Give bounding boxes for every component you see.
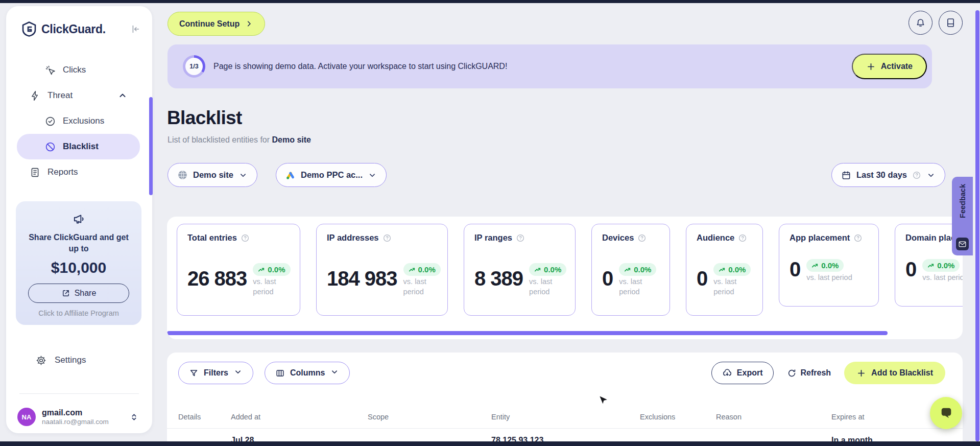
share-card-text: Share ClickGuard and get up to [24, 232, 133, 254]
vs-last-period-label: vs. last period [403, 277, 437, 297]
column-header-scope[interactable]: Scope [368, 413, 491, 421]
demo-data-banner: 1/3 Page is showing demo data. Activate … [168, 44, 932, 88]
vs-last-period-label: vs. last period [253, 277, 286, 297]
filters-label: Filters [204, 368, 228, 378]
docs-button[interactable] [939, 11, 963, 35]
refresh-button[interactable]: Refresh [787, 368, 831, 378]
page-vertical-scrollbar[interactable] [975, 10, 979, 441]
stat-card-ip-addresses: IP addresses 184 983 0.0% vs. last perio… [316, 224, 448, 316]
user-email: naatali.ro@gmail.com [42, 418, 109, 427]
trend-value: 0.0% [937, 261, 954, 270]
subtitle-site-name: Demo site [272, 135, 311, 144]
activate-button[interactable]: Activate [852, 54, 927, 79]
sidebar-item-clicks[interactable]: Clicks [6, 57, 152, 83]
trend-up-icon [811, 262, 819, 269]
brand-header: ClickGuard. [21, 21, 141, 37]
date-range-selector[interactable]: Last 30 days [831, 163, 945, 187]
external-link-icon [61, 289, 70, 298]
column-header-details[interactable]: Details [178, 413, 231, 421]
plus-icon [866, 62, 876, 72]
column-header-reason[interactable]: Reason [716, 413, 831, 421]
column-header-exclusions[interactable]: Exclusions [640, 413, 716, 421]
sidebar-scrollbar[interactable] [149, 97, 153, 195]
column-header-expires-at[interactable]: Expires at [831, 413, 934, 421]
help-icon[interactable] [738, 233, 747, 243]
chevron-updown-icon [129, 412, 139, 422]
filters-dropdown[interactable]: Filters [178, 362, 253, 384]
stat-label: Audience [697, 233, 734, 243]
lightning-icon [29, 90, 40, 101]
export-label: Export [737, 368, 763, 378]
page-subtitle: List of blacklisted entities for Demo si… [168, 135, 311, 145]
cell-expires-at: In a month [831, 436, 934, 441]
google-ads-icon [285, 170, 296, 180]
sidebar-item-exclusions[interactable]: Exclusions [6, 108, 152, 134]
sidebar-nav: Clicks Threat Exclusions [6, 57, 152, 185]
column-header-entity[interactable]: Entity [491, 413, 640, 421]
subtitle-text: List of blacklisted entities for [168, 135, 272, 144]
notifications-button[interactable] [909, 11, 933, 35]
vs-last-period-label: vs. last period [619, 277, 653, 297]
trend-value: 0.0% [418, 265, 436, 274]
account-switcher[interactable]: NA gmail.com naatali.ro@gmail.com [6, 403, 152, 431]
stat-value: 8 389 [474, 267, 523, 290]
sidebar-item-threat[interactable]: Threat [6, 83, 152, 108]
stat-label: App placement [790, 233, 850, 243]
help-icon[interactable] [637, 233, 647, 243]
sidebar-divider [19, 393, 139, 394]
affiliate-caption[interactable]: Click to Affiliate Program [24, 309, 133, 317]
sidebar-collapse-icon[interactable] [130, 24, 141, 35]
ppc-account-selector[interactable]: Demo PPC ac... [276, 163, 387, 187]
envelope-icon [956, 238, 969, 250]
stats-cards-row: Total entries 26 883 0.0% vs. last perio… [177, 224, 963, 316]
sidebar-item-label: Threat [47, 90, 73, 101]
brand-name: ClickGuard. [41, 22, 106, 36]
sidebar-item-reports[interactable]: Reports [6, 159, 152, 185]
export-button[interactable]: Export [711, 362, 774, 384]
sidebar-item-blacklist[interactable]: Blacklist [17, 134, 140, 159]
trend-up-icon [258, 266, 265, 273]
chat-widget-button[interactable] [930, 397, 962, 429]
chevron-right-icon [245, 19, 253, 28]
vs-last-period-label: vs. last period [529, 277, 563, 297]
stat-label: IP ranges [474, 233, 512, 243]
help-icon[interactable] [853, 233, 863, 243]
trend-up-icon [409, 266, 416, 273]
share-button[interactable]: Share [28, 284, 129, 303]
chevron-up-icon[interactable] [117, 90, 128, 101]
table-row[interactable]: Jul 28 78.125.93.123 In a month [178, 436, 958, 441]
refresh-icon [787, 368, 797, 378]
columns-dropdown[interactable]: Columns [265, 362, 350, 384]
cards-horizontal-scrollbar[interactable] [167, 331, 888, 335]
feedback-tab[interactable]: Feedback [952, 177, 973, 255]
continue-setup-button[interactable]: Continue Setup [168, 12, 265, 36]
cursor-click-icon [44, 65, 56, 76]
trend-badge: 0.0% [806, 259, 844, 272]
help-icon[interactable] [912, 171, 921, 180]
share-button-label: Share [75, 289, 97, 298]
badge-check-icon [44, 116, 56, 127]
document-icon [29, 167, 40, 178]
megaphone-icon [72, 219, 85, 227]
page-title: Blacklist [167, 107, 242, 129]
sidebar-item-settings[interactable]: Settings [6, 347, 152, 373]
cloud-download-icon [722, 368, 732, 378]
setup-progress-ring: 1/3 [183, 55, 205, 78]
add-to-blacklist-button[interactable]: Add to Blacklist [844, 362, 945, 384]
chevron-down-icon [238, 171, 248, 180]
stat-label: Total entries [187, 233, 237, 243]
trend-up-icon [719, 266, 726, 273]
vs-last-period-label: vs. last period [922, 273, 963, 283]
trend-up-icon [927, 262, 935, 269]
trend-up-icon [534, 266, 541, 273]
chevron-down-icon [926, 171, 936, 180]
column-header-added-at[interactable]: Added at [231, 413, 368, 421]
stat-value: 0 [602, 267, 613, 290]
site-selector-value: Demo site [193, 170, 233, 180]
help-icon[interactable] [516, 233, 525, 243]
help-icon[interactable] [241, 233, 250, 243]
sidebar-item-label: Reports [47, 167, 78, 177]
help-icon[interactable] [383, 233, 392, 243]
plus-icon [856, 368, 866, 378]
site-selector[interactable]: Demo site [168, 163, 257, 187]
